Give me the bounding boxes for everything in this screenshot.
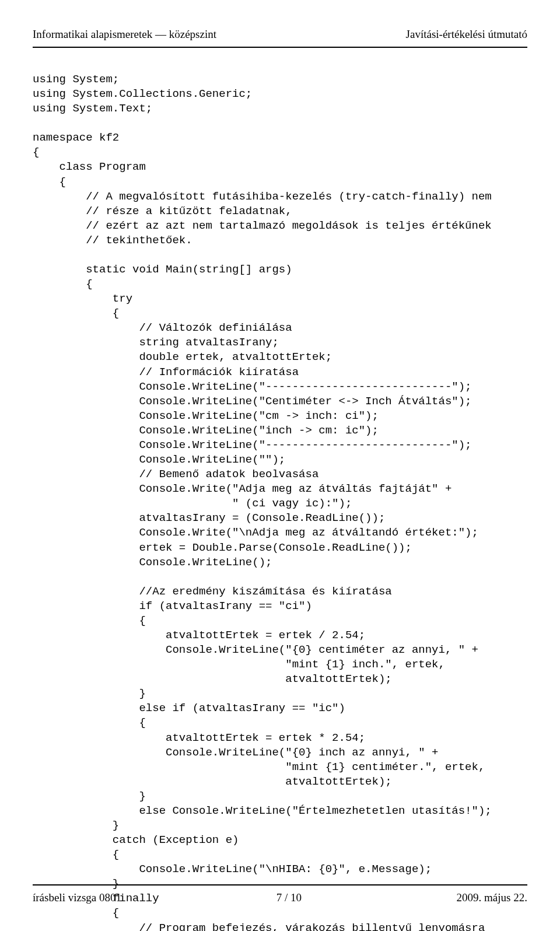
page-header: Informatikai alapismeretek — középszint … — [33, 28, 527, 41]
footer-left: írásbeli vizsga 0801 — [33, 891, 121, 904]
footer-rule — [33, 884, 527, 886]
header-left: Informatikai alapismeretek — középszint — [33, 28, 216, 41]
code-listing: using System; using System.Collections.G… — [33, 72, 527, 931]
footer-right: 2009. május 22. — [457, 891, 527, 904]
header-right: Javítási-értékelési útmutató — [406, 28, 527, 41]
footer-center: 7 / 10 — [276, 891, 302, 904]
header-rule — [33, 47, 527, 48]
page-footer: írásbeli vizsga 0801 7 / 10 2009. május … — [33, 891, 527, 904]
